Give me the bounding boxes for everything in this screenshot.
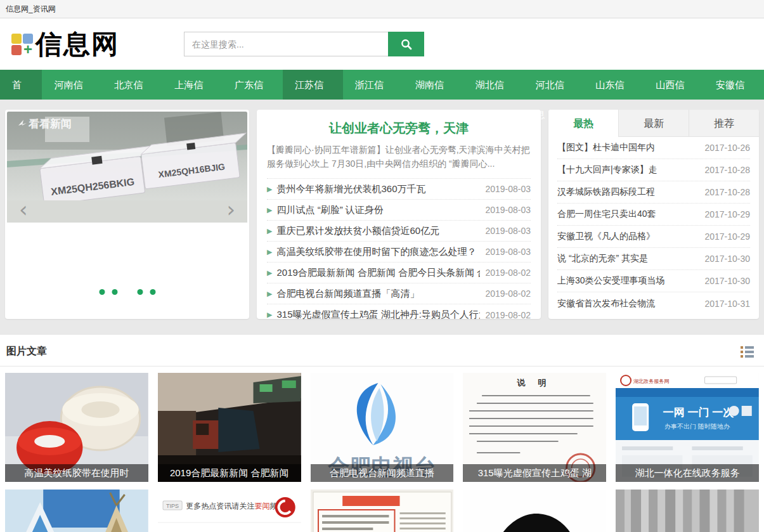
picture-card[interactable]: 2019合肥最新新闻 合肥新闻 [158, 373, 301, 482]
picture-card[interactable] [311, 490, 454, 532]
nav-item-zhejiang[interactable]: 浙江信息 [343, 70, 403, 100]
picture-cards-row-2: TIPS 更多热点资讯请关注要闻频道 点开所有频道 长按后，拖动排序 [0, 482, 764, 532]
news-list-item[interactable]: ▶ 315曝光虚假宣传土鸡蛋 湖北神丹:导购员个人行为 2019-08-02 [267, 304, 531, 325]
picture-caption[interactable]: 合肥电视台新闻频道直播 [311, 464, 454, 482]
tab-recommended[interactable]: 推荐 [689, 110, 759, 137]
news-title[interactable]: 合肥电视台新闻频道直播「高清」 [276, 288, 480, 300]
news-title[interactable]: 315曝光虚假宣传土鸡蛋 湖北神丹:导购员个人行为 [276, 309, 480, 321]
carousel-prev-button[interactable]: ‹ [19, 198, 28, 220]
tab-newest[interactable]: 最新 [618, 110, 689, 137]
gov-banner-big-text: 一网 一门 一次 [663, 406, 735, 418]
carousel[interactable]: XM25QH256BKIG XM25QH16BJIG 看看新闻 ‹ › [5, 110, 249, 319]
nav-item-home[interactable]: 首页 [0, 70, 42, 100]
carousel-dot[interactable] [150, 289, 155, 295]
hot-list-item[interactable]: 安徽省首次发布社会物流 2017-10-31 [557, 292, 750, 315]
picture-card[interactable]: 合肥电视台 合肥电视台新闻频道直播 [311, 373, 454, 482]
hot-date: 2017-10-30 [704, 254, 750, 264]
article-image-newspaper [311, 490, 454, 532]
nav-item-hubei[interactable]: 湖北信息 [463, 70, 524, 100]
picture-card[interactable]: 说 明 315曝光虚假宣传土鸡蛋 湖 [463, 373, 606, 482]
nav-item-beijing[interactable]: 北京信息 [102, 70, 162, 100]
featured-news-panel: 让创业者心无旁骛，天津 【瓣瓣同心·协同五年谱新篇】让创业者心无旁骛,天津滨海中… [257, 110, 541, 319]
nav-item-shanghai[interactable]: 上海信息 [162, 70, 223, 100]
news-title[interactable]: 贵州今年将新增光伏装机360万千瓦 [276, 183, 480, 195]
triangle-bullet-icon: ▶ [267, 227, 272, 235]
picture-card[interactable] [5, 490, 148, 532]
hot-title[interactable]: 说 “北京的无奈” 其实是 [557, 253, 701, 264]
hot-list-item[interactable]: 上海30类公安受理事项当场 2017-10-30 [557, 270, 750, 292]
triangle-bullet-icon: ▶ [267, 248, 272, 256]
hot-list-item[interactable]: 【图文】杜卡迪中国年内 2017-10-26 [557, 137, 750, 159]
news-title[interactable]: 高温美纹纸胶带在使用时留下的痕迹怎么处理？ [276, 246, 480, 258]
search-button[interactable] [388, 32, 424, 56]
picture-caption[interactable]: 2019合肥最新新闻 合肥新闻 [158, 464, 301, 482]
hot-list-item[interactable]: 安徽卫视《凡人的品格》 2017-10-29 [557, 226, 750, 248]
news-date: 2019-08-03 [485, 247, 531, 257]
tab-hottest[interactable]: 最热 [548, 110, 618, 137]
hot-title[interactable]: 【十九大回声|专家谈】走 [557, 164, 701, 176]
news-date: 2019-08-02 [485, 289, 531, 299]
news-list-item[interactable]: ▶ 四川试点 “刷脸” 认证身份 2019-08-03 [267, 200, 531, 221]
nav-item-anhui[interactable]: 安徽信息 [704, 70, 764, 100]
list-view-icon[interactable] [741, 346, 754, 358]
hot-title[interactable]: 汉孝城际铁路四标段工程 [557, 186, 701, 198]
picture-card[interactable]: 湖北政务服务网 一网 一门 一次 办事不出门 随时随地办 湖北一体化在 [616, 373, 759, 482]
carousel-dot[interactable] [137, 289, 143, 295]
site-logo[interactable]: + 信息网 [11, 31, 119, 58]
news-list-item[interactable]: ▶ 重庆已累计发放扶贫小额信贷近60亿元 2019-08-03 [267, 221, 531, 242]
picture-articles-section: 图片文章 高温美纹纸胶带在使用时 [0, 335, 764, 532]
hot-list-item[interactable]: 说 “北京的无奈” 其实是 2017-10-30 [557, 248, 750, 270]
news-list-item[interactable]: ▶ 贵州今年将新增光伏装机360万千瓦 2019-08-03 [267, 179, 531, 200]
carousel-slide-image[interactable]: XM25QH256BKIG XM25QH16BJIG 看看新闻 [7, 112, 247, 223]
nav-item-shandong[interactable]: 山东信息 [583, 70, 644, 100]
nav-item-guangdong[interactable]: 广东信息 [223, 70, 283, 100]
tips-line-red: 要闻 [254, 502, 269, 510]
hot-list-item[interactable]: 合肥一周住宅只卖出40套 2017-10-29 [557, 204, 750, 226]
triangle-bullet-icon: ▶ [267, 185, 272, 193]
main-nav: 首页 河南信息 北京信息 上海信息 广东信息 江苏信息 浙江信息 湖南信息 湖北… [0, 70, 764, 100]
news-date: 2019-08-03 [485, 226, 531, 236]
nav-item-hunan[interactable]: 湖南信息 [403, 70, 463, 100]
news-list-item[interactable]: ▶ 高温美纹纸胶带在使用时留下的痕迹怎么处理？ 2019-08-03 [267, 242, 531, 263]
hot-date: 2017-10-29 [704, 231, 750, 242]
search-input[interactable] [184, 32, 388, 56]
carousel-dot-active[interactable] [124, 289, 130, 295]
hot-tabs: 最热 最新 推荐 [548, 110, 759, 137]
hot-title[interactable]: 上海30类公安受理事项当场 [557, 275, 701, 287]
picture-card[interactable]: TIPS 更多热点资讯请关注要闻频道 点开所有频道 长按后，拖动排序 [158, 490, 301, 532]
picture-caption[interactable]: 高温美纹纸胶带在使用时 [5, 464, 148, 482]
gov-site-name: 湖北政务服务网 [633, 379, 669, 384]
hot-title[interactable]: 安徽卫视《凡人的品格》 [557, 231, 701, 242]
picture-card[interactable] [463, 490, 606, 532]
logo-text: 信息网 [36, 31, 119, 58]
news-list-item[interactable]: ▶ 2019合肥最新新闻 合肥新闻 合肥今日头条新闻 合 2019-08-02 [267, 263, 531, 283]
picture-caption[interactable]: 湖北一体化在线政务服务 [616, 464, 759, 482]
hot-title[interactable]: 【图文】杜卡迪中国年内 [557, 142, 701, 153]
hot-list-item[interactable]: 【十九大回声|专家谈】走 2017-10-28 [557, 159, 750, 181]
picture-card[interactable] [616, 490, 759, 532]
news-title[interactable]: 重庆已累计发放扶贫小额信贷近60亿元 [276, 225, 480, 237]
hot-news-panel: 最热 最新 推荐 【图文】杜卡迪中国年内 2017-10-26 【十九大回声|专… [548, 110, 759, 319]
tips-line-pre: 更多热点资讯请关注 [186, 502, 254, 510]
carousel-dot[interactable] [99, 289, 105, 295]
news-title[interactable]: 2019合肥最新新闻 合肥新闻 合肥今日头条新闻 合 [276, 267, 480, 279]
hot-title[interactable]: 合肥一周住宅只卖出40套 [557, 209, 701, 220]
news-date: 2019-08-03 [485, 205, 531, 215]
carousel-next-button[interactable]: › [226, 198, 235, 220]
hot-date: 2017-10-28 [704, 165, 750, 175]
news-title[interactable]: 四川试点 “刷脸” 认证身份 [276, 204, 480, 216]
news-list-item[interactable]: ▶ 合肥电视台新闻频道直播「高清」 2019-08-02 [267, 283, 531, 304]
hot-list: 【图文】杜卡迪中国年内 2017-10-26 【十九大回声|专家谈】走 2017… [548, 137, 759, 315]
carousel-dot[interactable] [112, 289, 117, 295]
nav-item-hebei[interactable]: 河北信息 [523, 70, 583, 100]
hot-list-item[interactable]: 汉孝城际铁路四标段工程 2017-10-28 [557, 181, 750, 204]
nav-item-shanxi[interactable]: 山西信息 [644, 70, 704, 100]
picture-caption[interactable]: 315曝光虚假宣传土鸡蛋 湖 [463, 464, 606, 482]
article-image-tips: TIPS 更多热点资讯请关注要闻频道 点开所有频道 长按后，拖动排序 [158, 490, 301, 532]
picture-card[interactable]: 高温美纹纸胶带在使用时 [5, 373, 148, 482]
hot-title[interactable]: 安徽省首次发布社会物流 [557, 298, 701, 309]
featured-title[interactable]: 让创业者心无旁骛，天津 [267, 120, 531, 137]
nav-item-henan[interactable]: 河南信息 [42, 70, 102, 100]
section-title: 图片文章 [6, 345, 47, 358]
nav-item-jiangsu[interactable]: 江苏信息 [283, 70, 343, 100]
